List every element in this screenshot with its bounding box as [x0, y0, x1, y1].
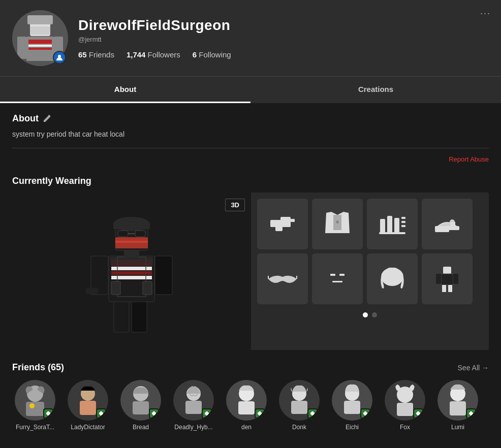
friend-avatar [15, 380, 55, 421]
svg-rect-69 [80, 401, 96, 415]
friend-avatar [173, 380, 214, 421]
svg-rect-44 [401, 221, 405, 223]
svg-rect-45 [401, 225, 405, 227]
svg-rect-83 [259, 411, 261, 415]
online-badge [413, 408, 423, 419]
svg-rect-46 [379, 232, 405, 234]
btn-3d-view[interactable]: 3D [225, 199, 245, 211]
friend-name: LadyDictator [65, 424, 111, 431]
friend-item[interactable]: LadyDictator [65, 380, 111, 431]
svg-rect-48 [435, 229, 449, 232]
friend-avatar [279, 380, 320, 421]
item-card-gun[interactable] [257, 199, 308, 249]
svg-rect-40 [380, 219, 385, 233]
svg-rect-93 [397, 403, 413, 416]
friend-item[interactable]: Eichi [329, 380, 375, 431]
svg-rect-31 [115, 241, 148, 243]
dot-2[interactable] [372, 312, 377, 317]
followers-count: 1,744 [127, 50, 146, 59]
online-badge [466, 408, 476, 419]
online-badge [202, 408, 212, 419]
friend-item[interactable]: den [224, 380, 269, 431]
friend-name: Donk [276, 424, 322, 431]
friends-stat[interactable]: 65 Friends [78, 50, 114, 59]
svg-rect-99 [470, 411, 472, 415]
svg-rect-28 [135, 231, 145, 237]
svg-rect-77 [185, 401, 202, 414]
profile-stats: 65 Friends 1,744 Followers 6 Following [78, 50, 489, 59]
wearing-title: Currently Wearing [12, 176, 489, 186]
svg-point-65 [29, 403, 35, 408]
friend-name: den [224, 424, 269, 431]
friend-avatar [120, 380, 161, 421]
svg-point-39 [336, 220, 339, 223]
item-card-skin[interactable] [422, 253, 473, 304]
friends-title: Friends (65) [12, 362, 64, 373]
item-card-hair[interactable] [367, 253, 418, 304]
wearing-container: 3D [12, 193, 489, 350]
item-card-face[interactable] [312, 253, 363, 304]
friend-item[interactable]: Fox [382, 380, 428, 431]
online-badge [43, 408, 53, 419]
main-content: About system try period that car heat lo… [0, 103, 501, 448]
svg-rect-7 [28, 40, 52, 44]
followers-stat[interactable]: 1,744 Followers [127, 50, 180, 59]
svg-rect-12 [132, 299, 147, 332]
character-3d-view: 3D [12, 193, 251, 350]
about-title-text: About [12, 113, 39, 124]
edit-icon[interactable] [43, 115, 51, 123]
nav-tabs: About Creations [0, 76, 501, 103]
online-badge [96, 408, 106, 419]
svg-rect-42 [394, 218, 399, 233]
item-card-tools[interactable] [367, 199, 418, 249]
friends-label: Friends [89, 50, 114, 59]
svg-rect-91 [364, 411, 366, 415]
tab-about[interactable]: About [0, 77, 251, 103]
svg-rect-87 [311, 411, 314, 415]
friend-name: Furry_SoraT... [12, 424, 58, 431]
online-badge [360, 408, 370, 419]
svg-rect-8 [28, 45, 52, 47]
friends-count: 65 [78, 50, 87, 59]
friend-item[interactable]: Lumi [435, 380, 481, 431]
profile-info: DirewolfFieldSurgeon @jermtt 65 Friends … [78, 17, 489, 59]
svg-rect-67 [47, 411, 49, 415]
avatar-badge [53, 51, 66, 64]
friend-avatar [226, 380, 267, 421]
svg-rect-11 [114, 299, 129, 332]
svg-rect-81 [238, 401, 255, 414]
friend-item[interactable]: Donk [276, 380, 322, 431]
svg-rect-71 [100, 411, 102, 415]
more-options-button[interactable]: ··· [480, 8, 491, 19]
about-bio: system try period that car heat local [12, 129, 489, 140]
wearing-section: Currently Wearing [12, 176, 489, 350]
svg-rect-58 [441, 274, 453, 285]
friend-name: Lumi [435, 424, 481, 431]
svg-rect-41 [387, 216, 392, 233]
following-count: 6 [193, 50, 197, 59]
svg-rect-95 [417, 411, 419, 415]
item-card-vest[interactable] [312, 199, 363, 249]
about-section: About system try period that car heat lo… [12, 113, 489, 164]
pagination-dots [257, 308, 483, 319]
items-grid [251, 193, 489, 350]
svg-rect-22 [86, 288, 98, 294]
friend-name: Bread [118, 424, 164, 431]
tab-creations[interactable]: Creations [251, 77, 501, 103]
svg-rect-21 [155, 256, 172, 295]
friend-avatar [68, 380, 108, 421]
see-all-link[interactable]: See All → [458, 364, 489, 372]
svg-rect-37 [291, 219, 295, 222]
item-card-hat[interactable] [422, 199, 473, 249]
friend-item[interactable]: Deadly_Hyb... [171, 380, 216, 431]
friends-list: Furry_SoraT... LadyDictator [12, 380, 489, 431]
report-abuse-link[interactable]: Report Abuse [449, 155, 489, 163]
svg-rect-64 [26, 402, 44, 416]
friend-item[interactable]: Bread [118, 380, 164, 431]
svg-rect-50 [450, 222, 455, 227]
following-stat[interactable]: 6 Following [193, 50, 231, 59]
friend-item[interactable]: Furry_SoraT... [12, 380, 58, 431]
items-row-1 [257, 199, 483, 249]
dot-1[interactable] [363, 312, 368, 317]
item-card-sunglasses[interactable] [257, 253, 308, 304]
